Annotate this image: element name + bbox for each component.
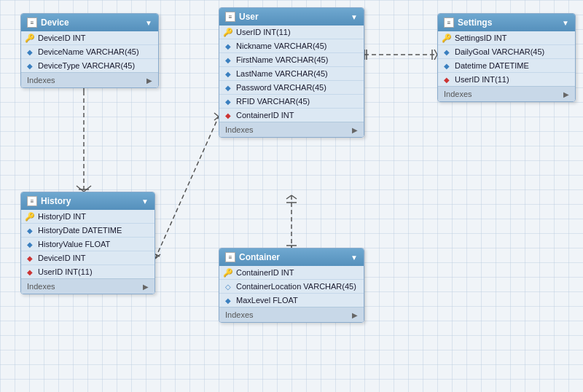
table-row: 🔑 UserID INT(11) (219, 26, 364, 39)
field-label: HistoryValue FLOAT (38, 240, 110, 248)
diamond-red-icon: ◆ (442, 75, 451, 84)
table-row: ◆ HistoryDate DATETIME (21, 224, 154, 238)
diamond-blue-icon: ◆ (224, 42, 232, 50)
diamond-blue-icon: ◆ (442, 61, 451, 70)
field-label: SettingsID INT (455, 34, 507, 42)
history-table: ≡ History ▼ 🔑 HistoryID INT ◆ HistoryDat… (20, 192, 155, 294)
diamond-blue-icon: ◆ (442, 47, 451, 56)
table-row: ◆ Datetime DATETIME (438, 59, 575, 73)
diamond-blue-icon: ◆ (224, 83, 232, 92)
table-row: ◆ ContainerID INT (219, 109, 364, 122)
container-table-header: ≡ Container ▼ (219, 248, 364, 266)
device-table-body: 🔑 DeviceID INT ◆ DeviceName VARCHAR(45) … (21, 31, 158, 72)
key-icon: 🔑 (26, 34, 34, 42)
settings-table-title: Settings (458, 17, 492, 28)
table-row: ◆ RFID VARCHAR(45) (219, 95, 364, 109)
chevron-down-icon[interactable]: ▼ (351, 13, 358, 21)
user-table-body: 🔑 UserID INT(11) ◆ Nickname VARCHAR(45) … (219, 26, 364, 122)
diamond-red-icon: ◆ (224, 111, 232, 119)
diamond-blue-icon: ◆ (26, 240, 34, 248)
history-table-title: History (41, 196, 71, 206)
table-icon: ≡ (27, 196, 37, 206)
table-row: ◆ FirstName VARCHAR(45) (219, 53, 364, 67)
footer-arrow-icon: ▶ (563, 90, 569, 98)
diamond-blue-icon: ◆ (224, 97, 232, 106)
table-row: 🔑 SettingsID INT (438, 31, 575, 45)
field-label: UserID INT(11) (236, 28, 291, 36)
table-row: 🔑 DeviceID INT (21, 31, 158, 45)
history-table-body: 🔑 HistoryID INT ◆ HistoryDate DATETIME ◆… (21, 210, 154, 278)
field-label: ContainerID INT (236, 111, 294, 119)
settings-table: ≡ Settings ▼ 🔑 SettingsID INT ◆ DailyGoa… (437, 13, 576, 102)
user-table: ≡ User ▼ 🔑 UserID INT(11) ◆ Nickname VAR… (219, 7, 364, 138)
svg-line-1 (77, 186, 84, 192)
table-row: ◆ Password VARCHAR(45) (219, 81, 364, 95)
key-icon: 🔑 (224, 268, 232, 277)
chevron-down-icon[interactable]: ▼ (141, 197, 149, 205)
diamond-red-icon: ◆ (26, 254, 34, 262)
footer-arrow-icon: ▶ (146, 77, 152, 85)
diamond-blue-icon: ◆ (26, 226, 34, 235)
key-icon: 🔑 (442, 34, 451, 42)
history-table-footer[interactable]: Indexes ▶ (21, 278, 154, 294)
table-row: ◆ DailyGoal VARCHAR(45) (438, 45, 575, 59)
footer-arrow-icon: ▶ (352, 126, 358, 134)
settings-table-header: ≡ Settings ▼ (438, 14, 575, 31)
field-label: DailyGoal VARCHAR(45) (455, 47, 544, 56)
device-table-footer[interactable]: Indexes ▶ (21, 72, 158, 87)
container-table-body: 🔑 ContainerID INT ◇ ContainerLocation VA… (219, 266, 364, 307)
field-label: UserID INT(11) (455, 75, 509, 84)
device-table-title: Device (41, 17, 69, 28)
table-row: ◆ HistoryValue FLOAT (21, 238, 154, 251)
footer-arrow-icon: ▶ (352, 311, 358, 319)
field-label: DeviceName VARCHAR(45) (38, 47, 139, 56)
table-row: 🔑 HistoryID INT (21, 210, 154, 224)
diamond-blue-icon: ◆ (26, 61, 34, 70)
diamond-blue-icon: ◆ (26, 47, 34, 56)
settings-table-footer[interactable]: Indexes ▶ (438, 86, 575, 101)
diamond-blue-icon: ◆ (224, 55, 232, 64)
field-label: DeviceID INT (38, 254, 85, 262)
field-label: MaxLevel FLOAT (236, 296, 298, 305)
footer-arrow-icon: ▶ (143, 283, 149, 291)
settings-table-body: 🔑 SettingsID INT ◆ DailyGoal VARCHAR(45)… (438, 31, 575, 86)
field-label: Datetime DATETIME (455, 61, 529, 70)
device-table: ≡ Device ▼ 🔑 DeviceID INT ◆ DeviceName V… (20, 13, 159, 88)
table-row: ◆ MaxLevel FLOAT (219, 294, 364, 307)
table-row: ◆ DeviceType VARCHAR(45) (21, 59, 158, 72)
chevron-down-icon[interactable]: ▼ (145, 19, 152, 27)
history-table-header: ≡ History ▼ (21, 192, 154, 210)
field-label: Nickname VARCHAR(45) (236, 42, 327, 50)
key-icon: 🔑 (224, 28, 232, 36)
container-table-footer[interactable]: Indexes ▶ (219, 307, 364, 322)
container-table: ≡ Container ▼ 🔑 ContainerID INT ◇ Contai… (219, 248, 364, 323)
svg-line-18 (155, 117, 219, 259)
user-table-title: User (239, 12, 259, 22)
field-label: ContainerLocation VARCHAR(45) (236, 282, 356, 291)
field-label: ContainerID INT (236, 268, 294, 277)
user-table-header: ≡ User ▼ (219, 8, 364, 26)
diamond-blue-icon: ◆ (224, 296, 232, 305)
diamond-blue-icon: ◆ (224, 69, 232, 78)
field-label: HistoryID INT (38, 212, 86, 221)
diamond-red-icon: ◆ (26, 267, 34, 276)
field-label: HistoryDate DATETIME (38, 226, 122, 235)
container-table-title: Container (239, 252, 280, 262)
field-label: Password VARCHAR(45) (236, 83, 326, 92)
table-row: ◆ UserID INT(11) (438, 73, 575, 86)
field-label: DeviceID INT (38, 34, 85, 42)
field-label: LastName VARCHAR(45) (236, 69, 328, 78)
table-icon: ≡ (225, 12, 235, 22)
user-table-footer[interactable]: Indexes ▶ (219, 122, 364, 137)
table-row: ◆ LastName VARCHAR(45) (219, 67, 364, 81)
table-icon: ≡ (27, 17, 37, 28)
chevron-down-icon[interactable]: ▼ (351, 254, 358, 262)
field-label: UserID INT(11) (38, 267, 93, 276)
chevron-down-icon[interactable]: ▼ (562, 19, 569, 27)
table-row: 🔑 ContainerID INT (219, 266, 364, 280)
table-row: ◆ DeviceName VARCHAR(45) (21, 45, 158, 59)
table-row: ◆ Nickname VARCHAR(45) (219, 39, 364, 53)
svg-line-20 (155, 254, 160, 259)
table-row: ◆ UserID INT(11) (21, 265, 154, 278)
table-icon: ≡ (444, 17, 454, 28)
